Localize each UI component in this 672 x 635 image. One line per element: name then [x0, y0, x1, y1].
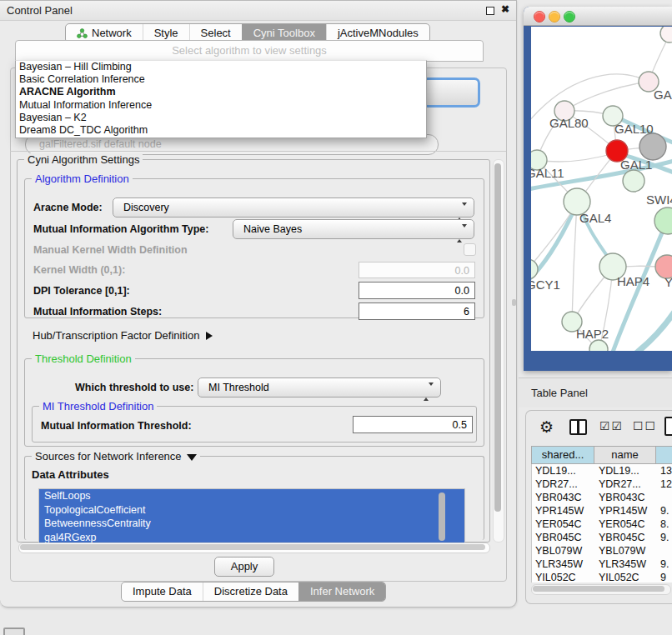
aracne-mode-combo[interactable]: Discovery	[113, 198, 474, 218]
network-node[interactable]	[531, 259, 538, 279]
scrollbar-thumb[interactable]	[20, 544, 485, 550]
algorithm-definition-title: Algorithm Definition	[32, 172, 133, 185]
table-cell: YBL079W	[532, 544, 595, 558]
table-row[interactable]: YBL079WYBL079W	[532, 544, 672, 558]
which-threshold-combo[interactable]: MI Threshold	[198, 378, 441, 398]
kernel-width-input[interactable]: 0.0	[359, 262, 475, 278]
table-row[interactable]: YLR345WYLR345W9.	[532, 558, 672, 571]
scrollbar-thumb[interactable]	[494, 163, 501, 512]
mac-close-button[interactable]	[534, 11, 545, 22]
tab-infer-network[interactable]: Infer Network	[298, 582, 385, 601]
network-node-label: GAL	[654, 88, 672, 102]
network-node-label: GAL1	[620, 158, 652, 172]
deselect-all-columns-icon[interactable]: ☐☐	[633, 419, 657, 432]
kernel-width-label: Kernel Width (0,1):	[33, 264, 125, 276]
network-node-label: HAP4	[617, 274, 649, 288]
scrollbar-thumb[interactable]	[533, 586, 664, 592]
algorithm-option[interactable]: Bayesian – Hill Climbing	[16, 61, 426, 73]
table-row[interactable]: YIL052CYIL052C9	[532, 571, 672, 582]
table-cell: 9.	[657, 531, 672, 544]
network-node[interactable]	[589, 340, 608, 351]
algorithm-option[interactable]: Bayesian – K2	[16, 112, 426, 124]
select-all-columns-icon[interactable]: ☑☑	[599, 419, 624, 432]
mi-steps-input[interactable]: 6	[359, 302, 475, 320]
table-row[interactable]: YDR27...YDR27...12	[532, 478, 672, 491]
network-view-window: GALGAL80GAL10GAL1GAL11GAL4SWI4GCY1HAP4YH…	[524, 7, 672, 371]
data-attribute-item[interactable]: TopologicalCoefficient	[39, 503, 464, 518]
focused-combo-fragment[interactable]	[422, 78, 480, 108]
split-columns-icon[interactable]	[569, 419, 587, 435]
data-attribute-item[interactable]: SelfLoops	[39, 489, 464, 503]
table-cell: YDL19...	[532, 464, 595, 478]
attributes-list-scrollbar[interactable]	[439, 492, 445, 541]
table-cell: YDR27...	[595, 478, 657, 491]
mi-type-label: Mutual Information Algorithm Type:	[33, 223, 208, 235]
network-edge	[629, 307, 672, 351]
unchecked-box-icon: ☐	[645, 419, 658, 432]
table-row[interactable]: YER054CYER054C8.	[532, 518, 672, 531]
table-cell: 8.	[657, 518, 672, 531]
table-row[interactable]: YBR043CYBR043C	[532, 491, 672, 504]
table-cell: YBR045C	[595, 531, 657, 544]
network-edge	[624, 266, 656, 267]
network-node[interactable]	[660, 27, 672, 42]
algorithm-option[interactable]: Dream8 DC_TDC Algorithm	[16, 124, 426, 137]
mi-type-combo[interactable]: Naive Bayes	[233, 219, 474, 239]
table-row[interactable]: YDL19...YDL19...13	[532, 464, 672, 478]
float-window-icon[interactable]	[486, 7, 494, 15]
settings-vertical-scrollbar[interactable]	[493, 159, 504, 542]
tab-label: Impute Data	[133, 582, 192, 601]
which-threshold-label: Which threshold to use:	[75, 382, 193, 393]
table-cell: YPR145W	[595, 504, 657, 518]
which-threshold-value: MI Threshold	[208, 382, 269, 393]
sources-group-title[interactable]: Sources for Network Inference	[32, 450, 200, 462]
dpi-tolerance-input[interactable]: 0.0	[359, 282, 475, 299]
table-horizontal-scrollbar[interactable]	[531, 584, 671, 595]
network-node[interactable]	[623, 170, 644, 192]
network-node[interactable]	[639, 133, 666, 160]
table-cell: 12	[657, 478, 672, 491]
data-attribute-item[interactable]: BetweennessCentrality	[39, 517, 464, 531]
apply-button[interactable]: Apply	[214, 557, 274, 577]
table-toolbar: ⚙ ☑☑ ☐☐	[526, 416, 672, 441]
control-panel-window: Control Panel ✖ Network Style Select Cyn…	[0, 0, 517, 608]
panel-title: Control Panel	[7, 4, 73, 17]
algorithm-option[interactable]: Mutual Information Inference	[16, 99, 426, 112]
minimized-panel-icon[interactable]	[3, 628, 25, 635]
mac-minimize-button[interactable]	[549, 11, 560, 22]
tab-impute-data[interactable]: Impute Data	[122, 582, 203, 601]
table-cell: YBR043C	[532, 491, 595, 504]
tab-label: Discretize Data	[214, 582, 288, 601]
mac-zoom-button[interactable]	[564, 11, 575, 22]
column-header[interactable]: name	[594, 446, 656, 464]
hub-definition-label: Hub/Transcription Factor Definition	[33, 329, 199, 342]
network-node-label: GAL11	[531, 166, 564, 180]
table-cell: YER054C	[532, 518, 595, 531]
mi-threshold-input[interactable]: 0.5	[353, 416, 473, 433]
table-body: YDL19...YDL19...13YDR27...YDR27...12YBR0…	[531, 464, 672, 582]
table-cell: YIL052C	[595, 571, 657, 582]
table-row[interactable]: YBR045CYBR045C9.	[532, 531, 672, 544]
table-row[interactable]: YPR145WYPR145W9.	[532, 504, 672, 518]
manual-kernel-checkbox[interactable]	[464, 243, 476, 256]
network-canvas[interactable]: GALGAL80GAL10GAL1GAL11GAL4SWI4GCY1HAP4YH…	[531, 27, 672, 351]
aracne-mode-label: Aracne Mode:	[33, 202, 103, 213]
table-cell: YBR043C	[595, 491, 657, 504]
hub-definition-toggle[interactable]: Hub/Transcription Factor Definition	[33, 329, 213, 342]
algorithm-option[interactable]: Basic Correlation Inference	[16, 73, 426, 86]
document-icon[interactable]	[664, 417, 672, 436]
table-cell	[657, 544, 672, 558]
settings-horizontal-scrollbar[interactable]	[18, 542, 490, 553]
column-header[interactable]	[656, 446, 672, 464]
table-cell: YPR145W	[532, 504, 595, 518]
split-pane-handle[interactable]	[512, 299, 516, 306]
gear-icon[interactable]: ⚙	[539, 418, 554, 437]
close-icon[interactable]: ✖	[501, 3, 509, 15]
tab-discretize-data[interactable]: Discretize Data	[203, 582, 298, 601]
algorithm-select-combo[interactable]: Select algorithm to view settings	[15, 40, 484, 62]
network-node[interactable]	[654, 208, 672, 234]
table-cell: 9	[657, 571, 672, 582]
algorithm-option[interactable]: ARACNE Algorithm	[16, 86, 426, 98]
table-cell: YDL19...	[595, 464, 657, 478]
column-header[interactable]: shared...	[531, 446, 594, 464]
